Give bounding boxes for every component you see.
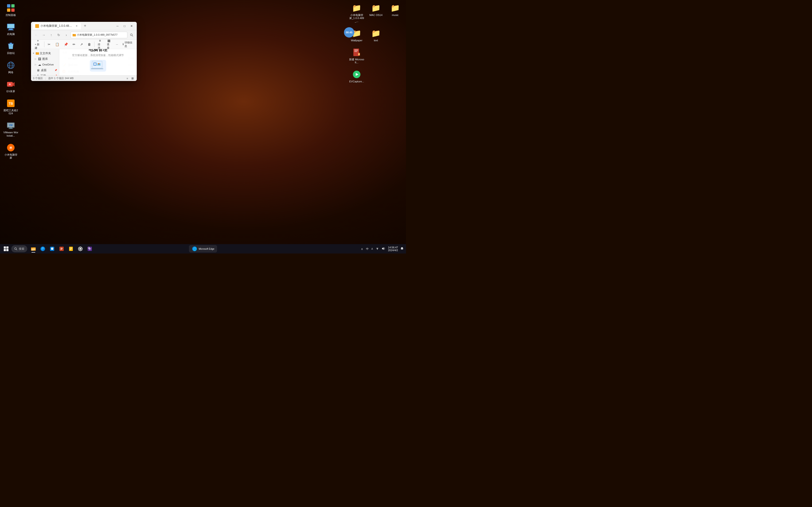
details-button[interactable]: ℹ 详细信息 [121, 40, 135, 49]
install-status-label: 正在安装 [74, 75, 85, 75]
this-pc-icon [6, 22, 15, 32]
new-microsoft-icon [352, 48, 361, 57]
sort-button-label: 排序 [98, 43, 102, 50]
text-folder-icon: 📁 [371, 29, 380, 38]
delete-button[interactable]: 🗑 [86, 40, 93, 48]
sidebar-main-folder[interactable]: ▼ 主文件夹 [31, 50, 59, 56]
view-buttons: ≡ ▦ [125, 76, 135, 80]
install-title: 电脑管理 [89, 49, 107, 53]
wallpaper-folder-label: Wallpaper [351, 39, 362, 42]
network-icon [6, 61, 15, 70]
copy-button[interactable]: 📋 [53, 40, 61, 48]
grid-view-button[interactable]: ▦ [130, 76, 135, 80]
taskbar-search[interactable]: 搜索 [11, 245, 27, 252]
nav-back-button[interactable]: ← [33, 32, 40, 38]
svg-rect-5 [7, 24, 14, 28]
desktop-icon-xiaomi-manager[interactable]: 米 小米电脑管家 [2, 142, 19, 160]
new-tab-button[interactable]: + [82, 23, 88, 30]
desktop-icon-macos-folder[interactable]: 📁 MAC OS14 [367, 2, 385, 24]
nav-forward-button[interactable]: → [40, 32, 47, 38]
recycle-bin-label: 回收站 [7, 52, 15, 55]
svg-line-43 [132, 36, 133, 36]
taskbar-capture[interactable] [86, 244, 94, 253]
desktop-icon-recycle-bin[interactable]: 回收站 [2, 40, 19, 56]
desktop-icon-new-microsoft[interactable]: 新建 Microsoft... [348, 47, 365, 65]
taskbar-notes[interactable] [67, 244, 75, 253]
sort-button[interactable]: ≡ 排序 [96, 40, 104, 48]
taskbar-settings-icon [78, 246, 83, 251]
input-method-icon[interactable]: 中 [365, 247, 369, 251]
maximize-button[interactable]: □ [121, 23, 128, 30]
svg-rect-27 [8, 128, 13, 129]
ev-recorder-icon [6, 79, 15, 89]
share-button[interactable]: ↗ [78, 40, 85, 48]
install-subtitle: 官方驱动更新，系统清理加速，性能模式调节 [72, 54, 124, 57]
paste-button[interactable]: 📌 [62, 40, 70, 48]
sidebar-folder-icon [36, 52, 39, 55]
tab-close-button[interactable]: ✕ [75, 24, 79, 28]
notification-button[interactable] [400, 246, 404, 251]
network-label: 网络 [8, 71, 13, 74]
svg-rect-33 [354, 50, 358, 51]
svg-point-85 [377, 249, 377, 250]
svg-point-56 [14, 247, 16, 249]
sidebar-item-downloads[interactable]: ⬇ 下载 📌 [31, 73, 59, 75]
start-button[interactable] [2, 244, 10, 253]
network-tray-icon[interactable] [375, 246, 380, 251]
sidebar-main-folder-label: 主文件夹 [40, 52, 51, 55]
desktop-icon-vmware[interactable]: VM VMware Workstati... [2, 120, 19, 138]
desktop-icon-drawing-tools[interactable]: TB 图吧工具箱2024 [2, 98, 19, 116]
search-button[interactable] [128, 32, 135, 38]
svg-rect-59 [31, 247, 33, 248]
new-button-label: + 新建 [35, 43, 41, 50]
list-view-button[interactable]: ≡ [125, 76, 130, 80]
cut-button[interactable]: ✂ [46, 40, 52, 48]
desktop-icon-xiaomi-folder[interactable]: 📁 小米电脑管家_1.0.0.489_... [348, 2, 365, 24]
wifi-icon [376, 247, 379, 250]
taskbar-powerpoint[interactable]: P [57, 244, 66, 253]
svg-rect-87 [402, 249, 402, 250]
more-button-label: ··· [116, 43, 118, 46]
desktop-icon-text-folder[interactable]: 📁 text [367, 28, 385, 43]
more-button[interactable]: ··· [114, 40, 120, 48]
language-icon[interactable]: A [370, 247, 374, 251]
nav-up-button[interactable]: ↑ [48, 32, 54, 38]
taskbar-store[interactable] [48, 244, 56, 253]
desktop-icon-network[interactable]: 网络 [2, 60, 19, 75]
notification-icon [400, 247, 404, 250]
rename-button[interactable]: ✏ [71, 40, 77, 48]
show-hidden-button[interactable]: ∧ [360, 247, 364, 251]
desktop-icon-control-panel[interactable]: 控制面板 [2, 2, 19, 17]
explorer-tab[interactable]: 小米电脑管家_1.0.0.489_0977b ✕ [33, 23, 81, 30]
desktop-icon-music-folder[interactable]: 📁 music [387, 2, 404, 24]
xiaomi-folder-icon: 📁 [352, 3, 361, 13]
taskbar-clock[interactable]: 14:56:47 2024/4/2 [388, 246, 398, 251]
volume-tray-icon[interactable] [381, 246, 386, 251]
taskbar-edge[interactable] [39, 244, 47, 253]
taskbar-file-explorer[interactable] [29, 244, 38, 253]
minimize-button[interactable]: ─ [114, 23, 121, 30]
sidebar-item-gallery[interactable]: ▷ 🖼 图库 [31, 56, 59, 62]
timer-widget[interactable]: 00:45 [344, 27, 354, 38]
nav-address-dropdown[interactable]: › [63, 32, 69, 38]
desktop-icon-this-pc[interactable]: 此电脑 [2, 21, 19, 37]
edge-taskbar-icon[interactable]: Microsoft Edge [189, 245, 217, 252]
svg-rect-41 [72, 34, 74, 35]
desktop-icon-ev-recorder[interactable]: EV录屏 [2, 78, 19, 94]
desktop-icon-evcapture[interactable]: EVCapture... [348, 69, 365, 84]
svg-point-63 [40, 246, 45, 251]
nav-refresh-button[interactable]: ↻ [55, 32, 62, 38]
explorer-toolbar: + + 新建 ✂ 📋 📌 ✏ ↗ 🗑 ≡ 排序 ▦ 查看 [31, 40, 137, 49]
evcapture-label: EVCapture... [349, 80, 364, 83]
sidebar-item-desktop[interactable]: 🖥 桌面 📌 [31, 67, 59, 73]
close-button[interactable]: ✕ [128, 23, 135, 30]
taskbar-settings[interactable] [76, 244, 85, 253]
svg-rect-9 [10, 43, 12, 44]
view-button[interactable]: ▦ 查看 [105, 40, 113, 48]
sidebar-item-onedrive[interactable]: ▷ ☁ OneDrive [31, 62, 59, 67]
new-button[interactable]: + + 新建 [33, 40, 43, 48]
svg-point-73 [80, 247, 81, 247]
svg-point-78 [81, 250, 82, 250]
address-bar[interactable]: 小米电脑管家_1.0.0.489_0977b577 [70, 32, 128, 38]
vmware-icon: VM [6, 121, 15, 130]
